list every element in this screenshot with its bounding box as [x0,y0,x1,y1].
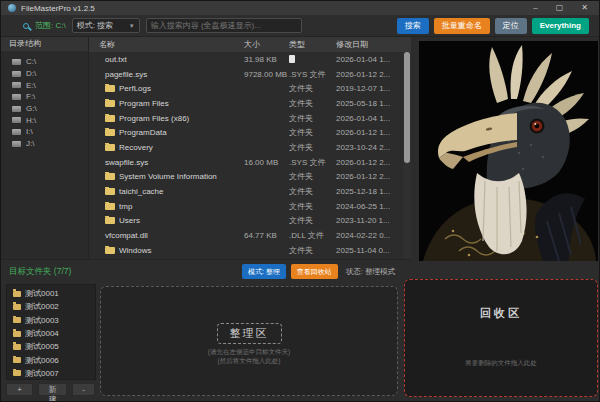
table-row[interactable]: pagefile.sys 9728.00 MB .SYS 文件 2026-01-… [89,67,411,82]
drive-label: E:\ [26,81,36,90]
minimize-button[interactable]: – [533,1,537,15]
close-button[interactable]: ✕ [581,1,588,15]
add-folder-button[interactable]: + [6,383,33,396]
maximize-button[interactable]: ▢ [556,1,564,15]
column-date[interactable]: 修改日期 [336,39,402,50]
target-folder-item[interactable]: 测试0001 [7,287,95,300]
target-folder-item[interactable]: 测试0003 [7,314,95,327]
drive-icon [12,117,21,123]
drive-item[interactable]: F:\ [1,91,88,103]
file-name: vfcompat.dll [105,231,148,240]
organize-dropzone[interactable]: 整理区 (请先在左侧选中目标文件夹) (然后将文件拖入此处) [100,286,398,396]
file-name: Users [119,216,140,225]
folder-icon [13,317,21,323]
recycle-dropzone[interactable]: 回收区 将要删除的文件拖入此处 [404,279,598,397]
file-type: 文件夹 [289,127,313,138]
target-folder-item[interactable]: 测试0004 [7,327,95,340]
drive-label: C:\ [26,57,36,66]
drive-label: D:\ [26,69,36,78]
drive-item[interactable]: J:\ [1,138,88,150]
table-row[interactable]: Windows 文件夹 2025-11-04 0... [89,243,411,258]
drive-item[interactable]: C:\ [1,56,88,68]
mode-select-value: 模式: 搜索 [77,20,113,31]
folder-icon [105,188,115,195]
folder-icon [105,100,115,107]
file-name: System Volume Information [119,172,217,181]
file-name: ProgramData [119,128,167,137]
table-row[interactable]: taichi_cache 文件夹 2025-12-18 1... [89,184,411,199]
locate-button[interactable]: 定位 [495,18,527,34]
folder-icon [105,217,115,224]
mode-toggle-button[interactable]: 模式: 整理 [242,264,286,279]
drive-item[interactable]: H:\ [1,114,88,126]
table-row[interactable]: ProgramData 文件夹 2026-01-12 1... [89,125,411,140]
mode-select[interactable]: 模式: 搜索 ▼ [72,18,140,33]
file-type: .DLL 文件 [289,230,324,241]
file-size: 16.00 MB [244,158,289,167]
drive-icon [12,106,21,112]
column-size[interactable]: 大小 [244,39,289,50]
drive-list: C:\ D:\ E:\ F:\ [1,56,88,150]
table-row[interactable]: Program Files (x86) 文件夹 2026-01-04 1... [89,111,411,126]
drive-label: I:\ [26,127,33,136]
table-row[interactable]: PerfLogs 文件夹 2019-12-07 1... [89,81,411,96]
search-icon [23,23,29,29]
folder-icon [13,331,21,337]
toolbar-buttons: 搜索 批量重命名 定位 Everything [397,18,591,34]
folder-icon [105,115,115,122]
table-row[interactable]: Program Files 文件夹 2025-05-18 1... [89,96,411,111]
drive-item[interactable]: E:\ [1,79,88,91]
folder-icon [105,85,115,92]
new-folder-button[interactable]: 新建 [38,383,67,396]
file-name: Recovery [119,143,153,152]
file-size: 9728.00 MB [244,70,289,79]
table-header: 名称 大小 类型 修改日期 [89,37,411,52]
file-name: pagefile.sys [105,70,147,79]
folder-icon [13,344,21,350]
search-button[interactable]: 搜索 [397,18,429,34]
column-name[interactable]: 名称 [89,39,244,50]
scope-label: 范围: C:\ [35,20,66,31]
drive-item[interactable]: G:\ [1,103,88,115]
target-folder-label: 测试0001 [25,288,59,299]
view-recycle-button[interactable]: 查看回收站 [291,264,338,279]
everything-button[interactable]: Everything [532,18,589,34]
sidebar-header: 目录结构 [1,37,88,51]
drive-icon [12,129,21,135]
table-body: out.txt 31.98 KB 2026-01-04 1... pagefil… [89,52,411,258]
target-folder-item[interactable]: 测试0006 [7,353,95,366]
folder-icon [105,129,115,136]
table-row[interactable]: System Volume Information 文件夹 2026-01-12… [89,170,411,185]
column-type[interactable]: 类型 [289,39,336,50]
target-folder-item[interactable]: 测试0002 [7,300,95,313]
table-row[interactable]: swapfile.sys 16.00 MB .SYS 文件 2026-01-12… [89,155,411,170]
drive-item[interactable]: D:\ [1,68,88,80]
recycle-zone-title: 回收区 [405,306,597,321]
table-row[interactable]: out.txt 31.98 KB 2026-01-04 1... [89,52,411,67]
table-row[interactable]: tmp 文件夹 2024-06-25 1... [89,199,411,214]
table-scrollbar[interactable] [403,52,411,259]
file-size: 64.77 KB [244,231,289,240]
window-controls: – ▢ ✕ [533,1,592,15]
target-folder-count: 目标文件夹 (7/7) [9,266,71,278]
file-type: .SYS 文件 [289,69,325,80]
folder-icon [13,357,21,363]
title-bar: FileMasterPro v1.2.5 – ▢ ✕ [1,1,599,15]
drive-item[interactable]: I:\ [1,126,88,138]
file-name: PerfLogs [119,84,151,93]
scrollbar-thumb[interactable] [404,52,410,163]
table-row[interactable]: vfcompat.dll 64.77 KB .DLL 文件 2024-02-22… [89,228,411,243]
file-date: 2023-10-24 2... [336,143,402,152]
drive-icon [12,141,21,147]
file-date: 2026-01-12 1... [336,128,402,137]
app-window: FileMasterPro v1.2.5 – ▢ ✕ 范围: C:\ 模式: 搜… [0,0,600,402]
batch-rename-button[interactable]: 批量重命名 [434,18,490,34]
file-date: 2025-12-18 1... [336,187,402,196]
file-type: 文件夹 [289,142,313,153]
table-row[interactable]: Users 文件夹 2023-11-20 1... [89,214,411,229]
target-folder-item[interactable]: 测试0005 [7,340,95,353]
table-row[interactable]: Recovery 文件夹 2023-10-24 2... [89,140,411,155]
remove-folder-button[interactable]: - [72,383,95,396]
target-folder-item[interactable]: 测试0007 [7,367,95,380]
search-input[interactable] [146,18,302,33]
